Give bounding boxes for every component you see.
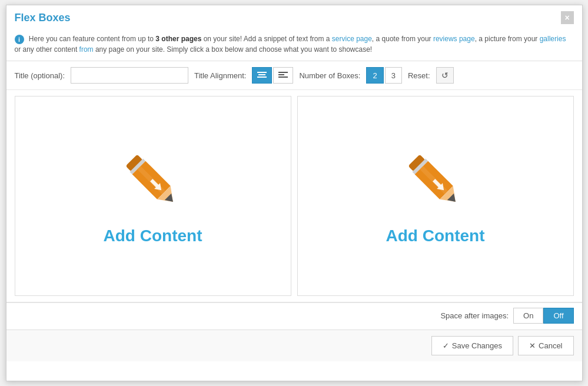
boxes-area: Add Content Add Content	[6, 90, 582, 302]
reset-icon: ↺	[441, 71, 449, 80]
svg-rect-5	[278, 76, 288, 78]
cancel-button[interactable]: ✕ Cancel	[518, 336, 573, 355]
info-bar: i Here you can feature content from up t…	[6, 29, 582, 61]
close-button[interactable]: ×	[561, 11, 574, 24]
save-changes-button[interactable]: ✓ Save Changes	[431, 336, 513, 355]
pencil-icon-1	[118, 147, 188, 217]
num-boxes-label: Number of Boxes:	[299, 71, 360, 80]
space-after-label: Space after images:	[440, 311, 509, 320]
svg-rect-0	[257, 72, 267, 73]
align-left-icon	[278, 71, 288, 79]
align-left-button[interactable]	[273, 67, 293, 84]
toggle-group: On Off	[513, 308, 573, 324]
alignment-label: Title Alignment:	[194, 71, 246, 80]
title-label: Title (optional):	[15, 71, 65, 80]
svg-rect-1	[258, 74, 265, 75]
dialog-footer: ✓ Save Changes ✕ Cancel	[6, 330, 582, 361]
title-input[interactable]	[71, 67, 188, 84]
box-2-label: Add Content	[386, 227, 485, 245]
svg-rect-2	[257, 76, 267, 78]
num-2-button[interactable]: 2	[366, 67, 383, 84]
alignment-group	[252, 67, 293, 84]
align-center-icon	[257, 71, 267, 79]
box-2[interactable]: Add Content	[297, 96, 574, 296]
toggle-on-button[interactable]: On	[513, 308, 543, 324]
reset-button[interactable]: ↺	[436, 67, 454, 84]
save-icon: ✓	[443, 341, 449, 350]
space-after-row: Space after images: On Off	[6, 302, 582, 330]
box-1-label: Add Content	[104, 227, 202, 245]
info-text: Here you can feature content from up to …	[15, 35, 566, 54]
controls-row: Title (optional): Title Alignment: Numbe…	[6, 61, 582, 90]
num-3-button[interactable]: 3	[385, 67, 402, 84]
info-icon: i	[15, 35, 24, 44]
cancel-label: Cancel	[539, 341, 562, 350]
toggle-off-button[interactable]: Off	[543, 308, 573, 324]
reset-label: Reset:	[408, 71, 430, 80]
dialog-header: Flex Boxes ×	[6, 5, 582, 29]
align-center-button[interactable]	[252, 67, 272, 84]
box-1[interactable]: Add Content	[15, 96, 291, 296]
save-label: Save Changes	[452, 341, 502, 350]
pencil-icon-2	[400, 147, 471, 217]
svg-rect-3	[278, 72, 288, 73]
svg-rect-4	[278, 74, 284, 75]
dialog-title: Flex Boxes	[15, 12, 71, 24]
cancel-icon: ✕	[529, 341, 536, 350]
flex-boxes-dialog: Flex Boxes × i Here you can feature cont…	[6, 5, 583, 381]
num-boxes-group: 2 3	[366, 67, 401, 84]
